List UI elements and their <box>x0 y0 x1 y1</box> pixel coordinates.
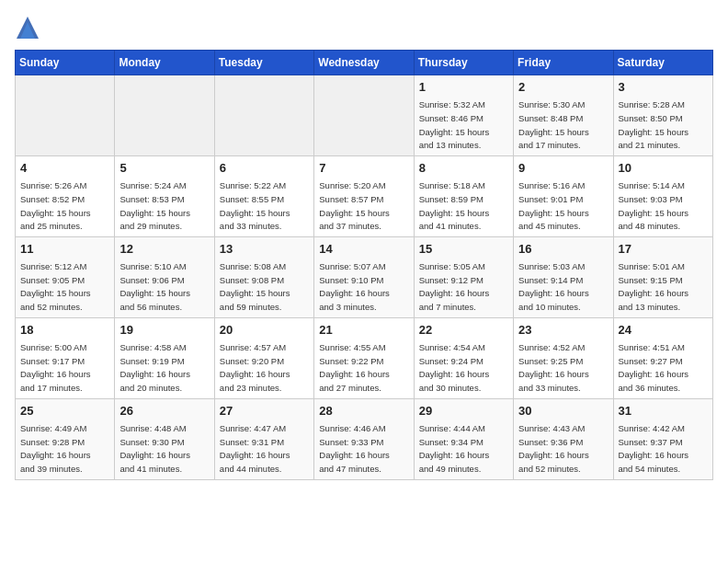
logo <box>15 15 46 40</box>
day-info: Sunrise: 5:14 AM Sunset: 9:03 PM Dayligh… <box>619 180 689 231</box>
calendar-cell: 27Sunrise: 4:47 AM Sunset: 9:31 PM Dayli… <box>214 398 313 479</box>
calendar-cell <box>214 75 313 156</box>
calendar-cell: 20Sunrise: 4:57 AM Sunset: 9:20 PM Dayli… <box>214 317 313 398</box>
calendar-cell: 25Sunrise: 4:49 AM Sunset: 9:28 PM Dayli… <box>16 398 115 479</box>
day-info: Sunrise: 5:07 AM Sunset: 9:10 PM Dayligh… <box>319 261 390 312</box>
day-number: 30 <box>518 403 608 419</box>
calendar-cell: 19Sunrise: 4:58 AM Sunset: 9:19 PM Dayli… <box>115 317 214 398</box>
day-number: 16 <box>518 241 608 258</box>
day-info: Sunrise: 4:49 AM Sunset: 9:28 PM Dayligh… <box>20 423 91 474</box>
day-info: Sunrise: 4:58 AM Sunset: 9:19 PM Dayligh… <box>119 342 190 393</box>
day-info: Sunrise: 5:22 AM Sunset: 8:55 PM Dayligh… <box>220 180 290 231</box>
day-info: Sunrise: 4:55 AM Sunset: 9:22 PM Dayligh… <box>319 342 390 393</box>
calendar-week-3: 11Sunrise: 5:12 AM Sunset: 9:05 PM Dayli… <box>16 236 713 317</box>
calendar-cell: 23Sunrise: 4:52 AM Sunset: 9:25 PM Dayli… <box>514 317 613 398</box>
day-number: 27 <box>220 403 309 419</box>
day-number: 7 <box>319 160 408 177</box>
calendar-header-row: SundayMondayTuesdayWednesdayThursdayFrid… <box>16 51 713 75</box>
calendar-cell: 3Sunrise: 5:28 AM Sunset: 8:50 PM Daylig… <box>613 75 712 156</box>
day-number: 10 <box>619 160 708 177</box>
day-number: 22 <box>419 322 508 339</box>
day-number: 15 <box>419 241 508 258</box>
day-info: Sunrise: 4:47 AM Sunset: 9:31 PM Dayligh… <box>220 423 290 474</box>
calendar-cell: 26Sunrise: 4:48 AM Sunset: 9:30 PM Dayli… <box>115 398 214 479</box>
day-info: Sunrise: 5:30 AM Sunset: 8:48 PM Dayligh… <box>518 99 589 150</box>
calendar-cell <box>16 75 115 156</box>
day-info: Sunrise: 5:08 AM Sunset: 9:08 PM Dayligh… <box>220 261 290 312</box>
day-number: 19 <box>119 322 209 339</box>
day-number: 23 <box>518 322 608 339</box>
calendar-cell: 15Sunrise: 5:05 AM Sunset: 9:12 PM Dayli… <box>414 236 513 317</box>
calendar-week-4: 18Sunrise: 5:00 AM Sunset: 9:17 PM Dayli… <box>16 317 713 398</box>
calendar-cell <box>314 75 414 156</box>
day-info: Sunrise: 4:54 AM Sunset: 9:24 PM Dayligh… <box>419 342 490 393</box>
day-number: 8 <box>419 160 508 177</box>
day-info: Sunrise: 5:18 AM Sunset: 8:59 PM Dayligh… <box>419 180 490 231</box>
day-number: 4 <box>20 160 109 177</box>
day-number: 1 <box>419 79 508 96</box>
calendar-cell: 2Sunrise: 5:30 AM Sunset: 8:48 PM Daylig… <box>514 75 613 156</box>
day-number: 2 <box>518 79 608 96</box>
calendar-table: SundayMondayTuesdayWednesdayThursdayFrid… <box>15 50 713 480</box>
calendar-cell: 14Sunrise: 5:07 AM Sunset: 9:10 PM Dayli… <box>314 236 414 317</box>
day-info: Sunrise: 4:44 AM Sunset: 9:34 PM Dayligh… <box>419 423 490 474</box>
day-number: 12 <box>119 241 209 258</box>
calendar-cell: 4Sunrise: 5:26 AM Sunset: 8:52 PM Daylig… <box>16 155 115 236</box>
calendar-cell: 28Sunrise: 4:46 AM Sunset: 9:33 PM Dayli… <box>314 398 414 479</box>
day-number: 14 <box>319 241 408 258</box>
day-number: 25 <box>20 403 109 419</box>
calendar-cell <box>115 75 214 156</box>
col-header-thursday: Thursday <box>414 51 513 75</box>
calendar-week-1: 1Sunrise: 5:32 AM Sunset: 8:46 PM Daylig… <box>16 75 713 156</box>
calendar-cell: 30Sunrise: 4:43 AM Sunset: 9:36 PM Dayli… <box>514 398 613 479</box>
calendar-week-2: 4Sunrise: 5:26 AM Sunset: 8:52 PM Daylig… <box>16 155 713 236</box>
calendar-cell: 31Sunrise: 4:42 AM Sunset: 9:37 PM Dayli… <box>613 398 712 479</box>
day-info: Sunrise: 5:12 AM Sunset: 9:05 PM Dayligh… <box>20 261 91 312</box>
calendar-cell: 18Sunrise: 5:00 AM Sunset: 9:17 PM Dayli… <box>16 317 115 398</box>
day-info: Sunrise: 4:52 AM Sunset: 9:25 PM Dayligh… <box>518 342 589 393</box>
day-number: 31 <box>619 403 708 419</box>
col-header-saturday: Saturday <box>613 51 712 75</box>
day-info: Sunrise: 4:43 AM Sunset: 9:36 PM Dayligh… <box>518 423 589 474</box>
day-info: Sunrise: 5:16 AM Sunset: 9:01 PM Dayligh… <box>518 180 589 231</box>
col-header-monday: Monday <box>115 51 214 75</box>
day-info: Sunrise: 5:20 AM Sunset: 8:57 PM Dayligh… <box>319 180 390 231</box>
day-info: Sunrise: 5:32 AM Sunset: 8:46 PM Dayligh… <box>419 99 490 150</box>
calendar-week-5: 25Sunrise: 4:49 AM Sunset: 9:28 PM Dayli… <box>16 398 713 479</box>
calendar-cell: 16Sunrise: 5:03 AM Sunset: 9:14 PM Dayli… <box>514 236 613 317</box>
calendar-cell: 9Sunrise: 5:16 AM Sunset: 9:01 PM Daylig… <box>514 155 613 236</box>
calendar-cell: 13Sunrise: 5:08 AM Sunset: 9:08 PM Dayli… <box>214 236 313 317</box>
calendar-cell: 5Sunrise: 5:24 AM Sunset: 8:53 PM Daylig… <box>115 155 214 236</box>
calendar-cell: 7Sunrise: 5:20 AM Sunset: 8:57 PM Daylig… <box>314 155 414 236</box>
day-number: 26 <box>119 403 209 419</box>
day-number: 18 <box>20 322 109 339</box>
day-number: 9 <box>518 160 608 177</box>
calendar-cell: 12Sunrise: 5:10 AM Sunset: 9:06 PM Dayli… <box>115 236 214 317</box>
day-info: Sunrise: 5:01 AM Sunset: 9:15 PM Dayligh… <box>619 261 689 312</box>
day-number: 5 <box>119 160 209 177</box>
day-info: Sunrise: 5:24 AM Sunset: 8:53 PM Dayligh… <box>119 180 190 231</box>
day-number: 11 <box>20 241 109 258</box>
calendar-cell: 17Sunrise: 5:01 AM Sunset: 9:15 PM Dayli… <box>613 236 712 317</box>
calendar-cell: 10Sunrise: 5:14 AM Sunset: 9:03 PM Dayli… <box>613 155 712 236</box>
day-info: Sunrise: 5:26 AM Sunset: 8:52 PM Dayligh… <box>20 180 91 231</box>
day-info: Sunrise: 5:05 AM Sunset: 9:12 PM Dayligh… <box>419 261 490 312</box>
calendar-cell: 1Sunrise: 5:32 AM Sunset: 8:46 PM Daylig… <box>414 75 513 156</box>
day-info: Sunrise: 4:57 AM Sunset: 9:20 PM Dayligh… <box>220 342 290 393</box>
day-info: Sunrise: 4:51 AM Sunset: 9:27 PM Dayligh… <box>619 342 689 393</box>
col-header-friday: Friday <box>514 51 613 75</box>
day-number: 13 <box>220 241 309 258</box>
day-number: 6 <box>220 160 309 177</box>
day-info: Sunrise: 5:28 AM Sunset: 8:50 PM Dayligh… <box>619 99 689 150</box>
day-info: Sunrise: 4:46 AM Sunset: 9:33 PM Dayligh… <box>319 423 390 474</box>
day-info: Sunrise: 5:00 AM Sunset: 9:17 PM Dayligh… <box>20 342 91 393</box>
page-header <box>15 15 713 40</box>
day-number: 29 <box>419 403 508 419</box>
day-number: 24 <box>619 322 708 339</box>
calendar-cell: 21Sunrise: 4:55 AM Sunset: 9:22 PM Dayli… <box>314 317 414 398</box>
calendar-cell: 22Sunrise: 4:54 AM Sunset: 9:24 PM Dayli… <box>414 317 513 398</box>
day-info: Sunrise: 5:10 AM Sunset: 9:06 PM Dayligh… <box>119 261 190 312</box>
calendar-cell: 29Sunrise: 4:44 AM Sunset: 9:34 PM Dayli… <box>414 398 513 479</box>
day-number: 28 <box>319 403 408 419</box>
day-number: 17 <box>619 241 708 258</box>
